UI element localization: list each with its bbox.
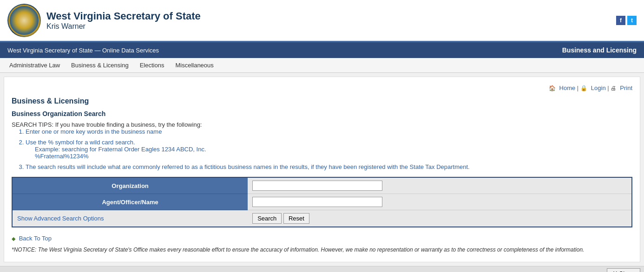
agent-input[interactable]	[252, 197, 382, 207]
site-title: West Virginia Secretary of State	[46, 10, 201, 22]
header-title: West Virginia Secretary of State Kris Wa…	[46, 10, 201, 31]
advanced-search-link[interactable]: Show Advanced Search Options	[17, 215, 104, 222]
nav-bar: West Virginia Secretary of State — Onlin…	[0, 42, 644, 58]
back-to-top-link[interactable]: Back To Top	[19, 235, 52, 242]
login-icon: 🔒	[580, 85, 587, 91]
menu-item-business-licensing[interactable]: Business & Licensing	[66, 59, 134, 71]
reset-button[interactable]: Reset	[283, 213, 309, 224]
login-link[interactable]: Login	[591, 84, 606, 91]
tip-2-text: Use the % symbol for a wild card search.	[26, 139, 135, 146]
top-links: 🏠Home | 🔒Login | 🖨Print	[12, 84, 632, 91]
agent-row: Agent/Officer/Name	[13, 194, 631, 210]
agent-input-cell	[248, 194, 631, 210]
search-form-table: Organization Agent/Officer/Name Show Adv…	[13, 178, 631, 227]
facebook-icon[interactable]: f	[616, 16, 625, 25]
close-bar: X Close	[0, 266, 644, 272]
search-tips-intro: SEARCH TIPS: If you have trouble finding…	[12, 121, 632, 128]
tip-2-sub2: %Fraternal%1234%	[35, 153, 89, 160]
social-icons: f t	[616, 16, 637, 25]
tip-2-sub1: Example: searching for Fraternal Order E…	[35, 146, 206, 153]
search-actions-row: Show Advanced Search Options Search Rese…	[13, 210, 631, 227]
notice-text: *NOTICE: The West Virginia Secretary of …	[12, 246, 632, 253]
tip-3: The search results will include what are…	[26, 163, 632, 170]
main-menu: Administrative Law Business & Licensing …	[0, 58, 644, 73]
home-icon: 🏠	[549, 85, 556, 91]
tips-list: Enter one or more key words in the busin…	[26, 128, 632, 170]
header: West Virginia Secretary of State Kris Wa…	[0, 0, 644, 42]
search-form-wrapper: Organization Agent/Officer/Name Show Adv…	[12, 177, 632, 227]
organization-row: Organization	[13, 178, 631, 194]
organization-label: Organization	[13, 178, 248, 194]
nav-bar-right-text: Business and Licensing	[562, 46, 644, 54]
home-link[interactable]: Home	[559, 84, 576, 91]
search-tips: SEARCH TIPS: If you have trouble finding…	[12, 121, 632, 170]
close-button[interactable]: X Close	[607, 268, 640, 272]
search-buttons-cell: Search Reset	[248, 210, 631, 227]
section-title: Business Organization Search	[12, 110, 632, 117]
tip-1: Enter one or more key words in the busin…	[26, 128, 632, 135]
agent-label: Agent/Officer/Name	[13, 194, 248, 210]
tip-2: Use the % symbol for a wild card search.…	[26, 139, 632, 160]
advanced-search-cell: Show Advanced Search Options	[13, 210, 248, 227]
print-icon: 🖨	[611, 85, 616, 91]
nav-bar-left-text: West Virginia Secretary of State — Onlin…	[0, 47, 159, 54]
menu-item-miscellaneous[interactable]: Miscellaneous	[170, 59, 219, 71]
print-link[interactable]: Print	[620, 84, 632, 91]
tip-1-text: Enter one or more key words in the busin…	[26, 128, 162, 135]
secretary-name: Kris Warner	[46, 22, 201, 31]
menu-item-administrative-law[interactable]: Administrative Law	[4, 59, 66, 71]
tip-3-text: The search results will include what are…	[26, 163, 470, 170]
menu-item-elections[interactable]: Elections	[134, 59, 170, 71]
search-button[interactable]: Search	[252, 213, 282, 224]
header-left: West Virginia Secretary of State Kris Wa…	[7, 4, 201, 37]
organization-input-cell	[248, 178, 631, 194]
state-seal	[7, 4, 41, 37]
main-content: 🏠Home | 🔒Login | 🖨Print Business & Licen…	[4, 77, 640, 262]
organization-input[interactable]	[252, 181, 382, 191]
diamond-icon: ◆	[12, 236, 15, 241]
back-to-top: ◆ Back To Top	[12, 235, 632, 242]
page-title: Business & Licensing	[12, 97, 632, 105]
twitter-icon[interactable]: t	[627, 16, 637, 25]
